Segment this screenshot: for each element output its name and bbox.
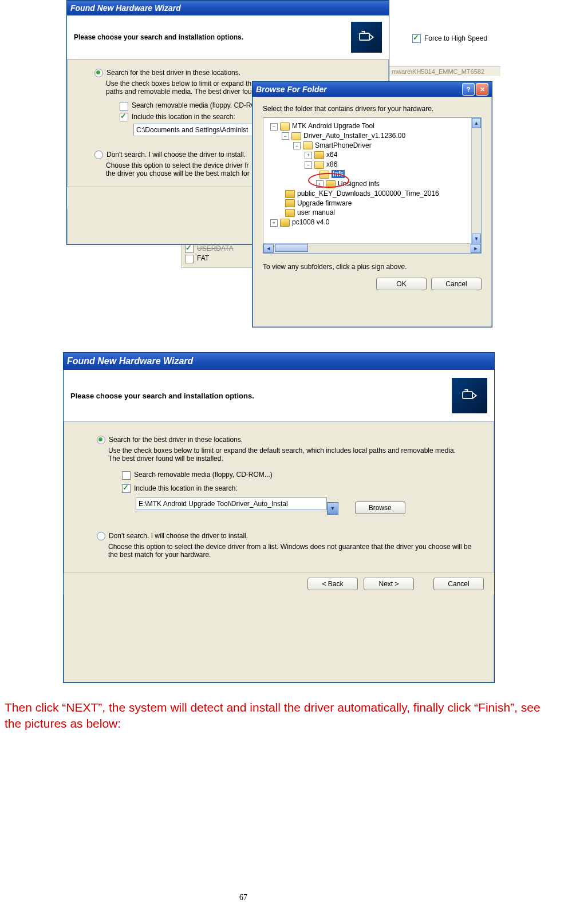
path-dropdown-icon[interactable]: ▼ — [327, 502, 338, 515]
radio-search-best[interactable] — [94, 69, 103, 77]
tree-node-smartphone[interactable]: SmartPhoneDriver — [315, 141, 372, 149]
check-include-label: Include this location in the search: — [132, 113, 235, 121]
browse-folder-dialog: Browse For Folder ? ✕ Select the folder … — [252, 81, 492, 327]
check-include-label-2: Include this location in the search: — [134, 484, 238, 492]
force-high-speed-label: Force to High Speed — [424, 34, 487, 42]
tree-node-publickey[interactable]: public_KEY_Downloads_1000000_Time_2016 — [297, 189, 439, 198]
tree-node-infs[interactable]: Infs — [332, 170, 345, 178]
check-removable-label: Search removable media (floppy, CD-RO — [132, 101, 257, 109]
bg-userdata-label: USERDATA — [197, 244, 234, 252]
tree-node-pc1008[interactable]: pc1008 v4.0 — [292, 218, 329, 226]
next-button[interactable]: Next > — [364, 578, 414, 590]
tree-node-x64[interactable]: x64 — [326, 151, 337, 159]
force-high-speed-checkbox[interactable]: Force to High Speed — [412, 34, 487, 43]
wizard2-titlebar: Found New Hardware Wizard — [64, 353, 494, 370]
tree-node-driver-auto[interactable]: Driver_Auto_Installer_v1.1236.00 — [303, 132, 405, 140]
svg-rect-1 — [463, 392, 472, 398]
browse-titlebar[interactable]: Browse For Folder ? ✕ — [253, 82, 492, 97]
wizard1-heading: Please choose your search and installati… — [74, 33, 243, 41]
hardware-wizard-window-2: Found New Hardware Wizard Please choose … — [63, 352, 495, 683]
cancel-button-2[interactable]: Cancel — [433, 578, 484, 590]
check-include-location-2[interactable] — [122, 484, 131, 493]
tree-node-unsigned[interactable]: Unsigned infs — [338, 180, 380, 188]
radio-search-best-label: Search for the best driver in these loca… — [106, 69, 240, 77]
radio-search-best-label-2: Search for the best driver in these loca… — [109, 436, 243, 444]
folder-tree[interactable]: −MTK Android Upgrade Tool −Driver_Auto_I… — [263, 117, 482, 254]
help-icon[interactable]: ? — [462, 83, 475, 96]
wizard2-heading: Please choose your search and installati… — [70, 392, 254, 400]
check-removable-media[interactable] — [120, 102, 128, 110]
tree-hscroll[interactable]: ◄ ► — [263, 243, 481, 253]
radio-dont-search-label: Don't search. I will choose the driver t… — [106, 151, 246, 159]
wizard-graphic-icon — [351, 22, 382, 53]
tree-node-upgrade[interactable]: Upgrade firmware — [297, 199, 352, 207]
browse-title: Browse For Folder — [256, 85, 327, 94]
search-hint-text-2: Use the check boxes below to limit or ex… — [108, 447, 463, 463]
check-include-location[interactable] — [120, 113, 128, 121]
back-button-2[interactable]: < Back — [307, 578, 358, 590]
dont-search-hint-text-2: Choose this option to select the device … — [108, 543, 475, 559]
browse-footer-hint: To view any subfolders, click a plus sig… — [253, 254, 492, 271]
scroll-right-icon[interactable]: ► — [471, 244, 481, 253]
tree-node-manual[interactable]: user manual — [297, 208, 335, 216]
location-path-input-2[interactable]: E:\MTK Android Upgrade Tool\Driver_Auto_… — [136, 497, 327, 510]
check-removable-label-2: Search removable media (floppy, CD-ROM..… — [134, 471, 273, 479]
bg-partition-list: USERDATA FAT — [181, 244, 253, 268]
scroll-left-icon[interactable]: ◄ — [263, 244, 274, 253]
close-icon[interactable]: ✕ — [476, 83, 488, 96]
page-number: 67 — [239, 893, 247, 902]
wizard1-title: Found New Hardware Wizard — [70, 3, 181, 13]
tree-node-x86[interactable]: x86 — [326, 160, 337, 168]
svg-rect-0 — [360, 33, 369, 40]
wizard-graphic-icon-2 — [452, 378, 487, 413]
check-removable-media-2[interactable] — [122, 471, 131, 480]
radio-dont-search-2[interactable] — [97, 532, 105, 540]
browse-prompt: Select the folder that contains drivers … — [253, 97, 492, 113]
tree-vscroll[interactable]: ▲ ▼ — [471, 118, 481, 244]
radio-dont-search-label-2: Don't search. I will choose the driver t… — [109, 532, 248, 540]
browse-cancel-button[interactable]: Cancel — [431, 278, 482, 290]
instruction-text: Then click “NEXT”, the system will detec… — [5, 700, 560, 732]
wizard1-titlebar: Found New Hardware Wizard — [67, 1, 389, 15]
scroll-up-icon[interactable]: ▲ — [472, 118, 481, 128]
wizard2-title: Found New Hardware Wizard — [67, 356, 193, 366]
radio-dont-search[interactable] — [94, 151, 103, 159]
radio-search-best-2[interactable] — [97, 436, 105, 444]
bg-path-cell: mware\KH5014_EMMC_MT6582 — [388, 66, 500, 76]
tree-node-mtk[interactable]: MTK Android Upgrade Tool — [292, 122, 374, 130]
scroll-down-icon[interactable]: ▼ — [472, 234, 481, 244]
browse-button[interactable]: Browse — [355, 502, 405, 514]
bg-fat-label: FAT — [197, 254, 209, 262]
browse-ok-button[interactable]: OK — [376, 278, 427, 290]
